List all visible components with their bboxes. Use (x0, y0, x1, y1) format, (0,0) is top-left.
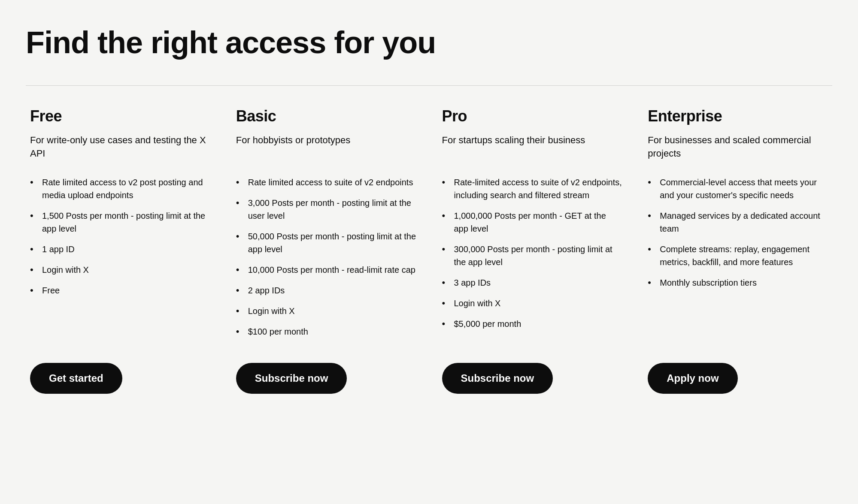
list-item: Rate limited access to suite of v2 endpo… (236, 176, 416, 189)
page-title: Find the right access for you (26, 26, 832, 60)
plan-tagline-enterprise: For businesses and scaled commercial pro… (648, 134, 828, 164)
list-item: Login with X (442, 297, 622, 310)
plan-tagline-free: For write-only use cases and testing the… (30, 134, 210, 164)
plan-features-free: Rate limited access to v2 post posting a… (30, 176, 210, 346)
basic-button[interactable]: Subscribe now (236, 363, 347, 394)
list-item: 10,000 Posts per month - read-limit rate… (236, 263, 416, 276)
list-item: Free (30, 284, 210, 297)
list-item: 300,000 Posts per month - posting limit … (442, 243, 622, 269)
list-item: Managed services by a dedicated account … (648, 209, 828, 235)
plan-features-pro: Rate-limited access to suite of v2 endpo… (442, 176, 622, 346)
free-button[interactable]: Get started (30, 363, 122, 394)
plan-features-basic: Rate limited access to suite of v2 endpo… (236, 176, 416, 346)
list-item: $5,000 per month (442, 317, 622, 330)
list-item: Complete streams: replay, engagement met… (648, 243, 828, 269)
list-item: 1,000,000 Posts per month - GET at the a… (442, 209, 622, 235)
divider (26, 85, 832, 86)
plan-name-basic: Basic (236, 107, 416, 125)
plan-name-enterprise: Enterprise (648, 107, 828, 125)
list-item: Commercial-level access that meets your … (648, 176, 828, 202)
list-item: Monthly subscription tiers (648, 276, 828, 289)
plan-tagline-basic: For hobbyists or prototypes (236, 134, 416, 164)
plan-column-enterprise: EnterpriseFor businesses and scaled comm… (643, 107, 832, 394)
plan-features-enterprise: Commercial-level access that meets your … (648, 176, 828, 346)
list-item: Login with X (30, 263, 210, 276)
plan-name-free: Free (30, 107, 210, 125)
list-item: Login with X (236, 305, 416, 317)
plan-column-pro: ProFor startups scaling their businessRa… (438, 107, 627, 394)
plan-tagline-pro: For startups scaling their business (442, 134, 622, 164)
enterprise-button[interactable]: Apply now (648, 363, 737, 394)
plan-name-pro: Pro (442, 107, 622, 125)
plan-column-free: FreeFor write-only use cases and testing… (26, 107, 215, 394)
list-item: Rate limited access to v2 post posting a… (30, 176, 210, 202)
plan-column-basic: BasicFor hobbyists or prototypesRate lim… (232, 107, 421, 394)
list-item: 3,000 Posts per month - posting limit at… (236, 196, 416, 222)
pro-button[interactable]: Subscribe now (442, 363, 553, 394)
plans-grid: FreeFor write-only use cases and testing… (26, 107, 832, 394)
list-item: 1 app ID (30, 243, 210, 256)
list-item: 1,500 Posts per month - posting limit at… (30, 209, 210, 235)
list-item: 50,000 Posts per month - posting limit a… (236, 230, 416, 256)
list-item: 2 app IDs (236, 284, 416, 297)
list-item: 3 app IDs (442, 276, 622, 289)
list-item: $100 per month (236, 325, 416, 338)
list-item: Rate-limited access to suite of v2 endpo… (442, 176, 622, 202)
